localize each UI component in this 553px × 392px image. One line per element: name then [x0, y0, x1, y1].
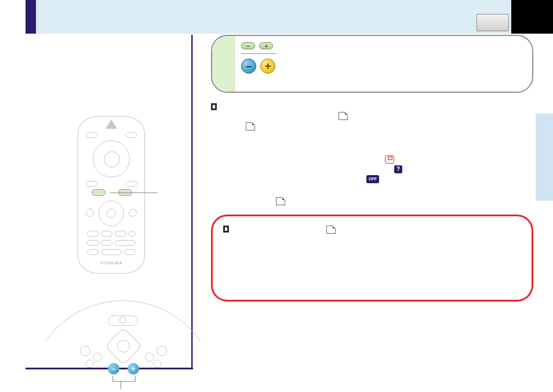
panel-callout-line [121, 382, 121, 390]
panel-btn-right2 [145, 353, 154, 362]
remote-row1-btn2 [101, 231, 112, 237]
remote-nav-center [107, 209, 116, 218]
page-ref-tag-icon[interactable] [246, 122, 255, 130]
panel-btn-left2 [93, 353, 102, 362]
panel-callout-bracket [112, 376, 136, 382]
icon-or-divider [241, 53, 276, 54]
remote-mid-right-button [125, 181, 137, 187]
remote-keystone-plus-icon [259, 42, 273, 49]
control-panel-illustration: – + [45, 300, 201, 392]
icons-block: ? OFF [211, 155, 536, 183]
remote-top-right-button [125, 132, 137, 138]
header-accent [26, 0, 36, 34]
panel-btn-small-right [153, 360, 161, 368]
panel-btn-left1 [80, 346, 90, 356]
remote-row3-btn2 [101, 249, 122, 255]
panel-keystone-plus-icon [260, 59, 275, 74]
panel-keystone-minus-label: – [108, 363, 119, 375]
note-icon [211, 103, 217, 110]
projection-screen-icon [385, 155, 394, 164]
remote-nav-right [129, 209, 137, 217]
section-side-tab-label [536, 114, 553, 201]
step-number-strip [212, 36, 235, 92]
remote-keystone-minus-icon [241, 42, 255, 49]
laser-warning-icon [105, 119, 117, 129]
panel-btn-right1 [157, 346, 167, 356]
caution-box [211, 215, 533, 302]
remote-row1-btn1 [87, 231, 99, 237]
power-icon [119, 317, 126, 324]
header-bar [0, 0, 553, 34]
page-ref-tag-icon[interactable] [276, 197, 285, 205]
remote-brand-label: TOSHIBA [78, 261, 145, 265]
remote-row2-btn2 [101, 240, 112, 246]
panel-keystone-minus-button: – [108, 363, 119, 375]
remote-row3-btn1 [87, 249, 99, 255]
section-side-tab[interactable] [536, 114, 553, 201]
remote-callout-line [110, 193, 158, 193]
step-text [288, 43, 522, 44]
off-indicator-icon: OFF [366, 175, 379, 183]
mid-page-ref [211, 197, 536, 206]
remote-row1-btn4 [129, 231, 136, 237]
right-column: ? OFF [211, 35, 536, 302]
note-icon [223, 226, 229, 233]
help-icon: ? [394, 165, 402, 173]
panel-keystone-plus-button: + [128, 363, 139, 375]
remote-keystone-minus-button [92, 189, 105, 196]
left-column: TOSHIBA – + [26, 35, 191, 369]
remote-mid-left-button [86, 181, 97, 187]
remote-control-illustration: TOSHIBA [78, 116, 145, 274]
step-box [211, 35, 533, 93]
remote-row2-btn1 [87, 240, 99, 246]
header-bg [26, 0, 536, 34]
page-ref-tag-icon[interactable] [326, 226, 336, 234]
remote-row2-btn3 [115, 240, 136, 246]
step-button-icons [240, 42, 276, 74]
contents-button[interactable] [476, 14, 509, 31]
remote-nav-left [86, 209, 94, 217]
remote-row3-btn3 [124, 249, 136, 255]
panel-btn-small-left [86, 360, 94, 368]
remote-dpad-center [104, 151, 120, 168]
remote-top-left-button [86, 132, 97, 138]
panel-keystone-minus-icon [241, 59, 256, 74]
header-black-block [511, 0, 553, 34]
remote-row1-btn3 [115, 231, 126, 237]
remote-dpad [93, 140, 130, 177]
panel-dpad-center [117, 340, 130, 353]
notes-block-a [211, 102, 536, 132]
panel-keystone-plus-label: + [128, 363, 139, 375]
page-ref-tag-icon[interactable] [339, 112, 348, 120]
